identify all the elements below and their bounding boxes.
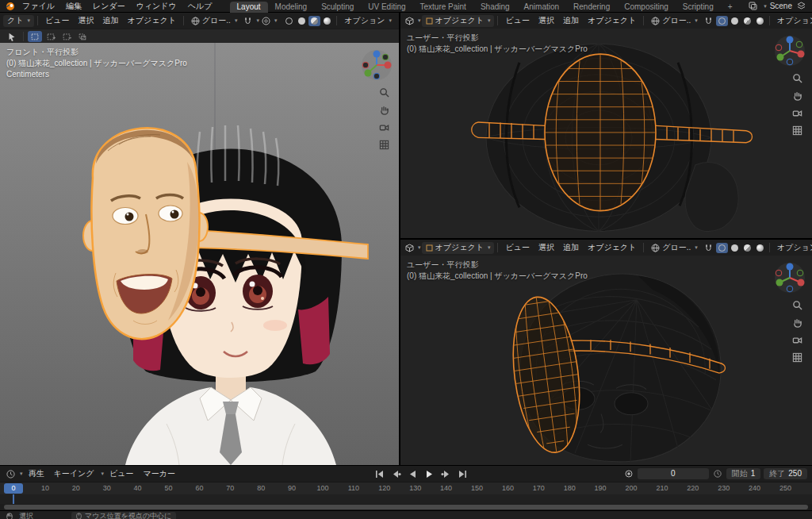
menu-object[interactable]: オブジェクト (584, 242, 640, 253)
tab-scripting[interactable]: Scripting (676, 2, 721, 13)
menu-view[interactable]: ビュー (501, 15, 533, 26)
navigation-gizmo[interactable] (361, 49, 393, 81)
grid-icon[interactable] (792, 352, 802, 363)
hand-icon[interactable] (792, 317, 802, 328)
shading-material-button[interactable] (741, 16, 753, 26)
next-keyframe-icon[interactable] (439, 469, 453, 479)
viewport-3d-front-canvas[interactable]: フロント・平行投影 (0) 猫山来花_collection | ザッカーバーグマ… (0, 43, 399, 465)
shading-material-button[interactable] (741, 243, 753, 253)
mode-dropdown[interactable]: オブジェクト▾ (422, 242, 495, 254)
timeline-scrollbar-thumb[interactable] (4, 505, 808, 509)
mode-dropdown[interactable]: クト▾ (3, 15, 34, 27)
jump-start-icon[interactable] (373, 469, 386, 479)
prev-keyframe-icon[interactable] (389, 469, 403, 479)
menu-select[interactable]: 選択 (534, 242, 558, 253)
grid-icon[interactable] (792, 125, 802, 136)
transform-orientation-dropdown[interactable]: グロー..▾ (647, 242, 702, 254)
snap-magnet-icon[interactable] (703, 243, 714, 253)
shading-solid-button[interactable] (729, 16, 741, 26)
shading-wireframe-button[interactable] (716, 16, 728, 26)
tab-animation[interactable]: Animation (517, 2, 566, 13)
menu-view[interactable]: ビュー (501, 242, 533, 253)
snap-magnet-icon[interactable] (242, 16, 254, 26)
view-layer-icon[interactable] (795, 1, 807, 11)
timeline-editor-type-icon[interactable] (5, 469, 17, 479)
zoom-icon[interactable] (379, 87, 389, 98)
chevron-down-icon[interactable]: ▾ (256, 17, 259, 24)
tab-layout[interactable]: Layout (230, 2, 268, 13)
viewport-3d-user-bottom-canvas[interactable]: ユーザー・平行投影 (0) 猫山来花_collection | ザッカーバーグマ… (400, 256, 812, 465)
tab-uv-editing[interactable]: UV Editing (361, 2, 412, 13)
zoom-icon[interactable] (792, 73, 802, 83)
menu-file[interactable]: ファイル (17, 1, 59, 12)
menu-select[interactable]: 選択 (74, 15, 98, 26)
tab-modeling[interactable]: Modeling (268, 2, 315, 13)
menu-playback[interactable]: 再生 (25, 468, 48, 479)
menu-help[interactable]: ヘルプ (183, 1, 217, 12)
tab-compositing[interactable]: Compositing (617, 2, 676, 13)
chevron-down-icon[interactable]: ▾ (418, 17, 421, 24)
menu-object[interactable]: オブジェクト (123, 15, 179, 26)
tab-sculpting[interactable]: Sculpting (314, 2, 361, 13)
shading-wireframe-button[interactable] (283, 16, 295, 26)
chevron-down-icon[interactable]: ▾ (274, 17, 278, 24)
play-reverse-icon[interactable] (406, 469, 419, 479)
shading-solid-button[interactable] (729, 243, 741, 253)
tweak-tool-icon[interactable] (5, 31, 19, 42)
editor-type-icon[interactable] (404, 243, 416, 253)
play-icon[interactable] (423, 469, 436, 479)
zoom-icon[interactable] (792, 300, 802, 310)
menu-marker[interactable]: マーカー (139, 468, 178, 479)
tab-texture-paint[interactable]: Texture Paint (413, 2, 473, 13)
select-box-mode-subtract-icon[interactable] (59, 31, 74, 42)
frame-start-field[interactable]: 開始1 (726, 468, 761, 479)
mode-dropdown[interactable]: オブジェクト▾ (422, 15, 495, 27)
hand-icon[interactable] (792, 90, 802, 101)
current-frame-field[interactable]: 0 (638, 468, 709, 479)
navigation-gizmo[interactable] (774, 262, 806, 294)
proportional-edit-icon[interactable] (260, 16, 272, 26)
camera-icon[interactable] (792, 335, 802, 345)
tab-add-workspace[interactable]: + (721, 2, 740, 13)
shading-rendered-button[interactable] (321, 16, 333, 26)
shading-material-button[interactable] (308, 16, 320, 26)
menu-select[interactable]: 選択 (534, 15, 558, 26)
menu-window[interactable]: ウィンドウ (132, 1, 182, 12)
menu-add[interactable]: 追加 (559, 15, 583, 26)
shading-rendered-button[interactable] (754, 243, 766, 253)
playhead-line[interactable] (13, 494, 14, 504)
playhead[interactable]: 0 (4, 483, 23, 494)
shading-wireframe-button[interactable] (716, 243, 728, 253)
menu-add[interactable]: 追加 (98, 15, 122, 26)
select-box-mode-intersect-icon[interactable] (75, 31, 90, 42)
menu-keying[interactable]: キーイング (50, 468, 98, 479)
shading-rendered-button[interactable] (754, 16, 766, 26)
tab-rendering[interactable]: Rendering (566, 2, 617, 13)
snap-magnet-icon[interactable] (703, 16, 714, 26)
jump-end-icon[interactable] (456, 469, 469, 479)
frame-end-field[interactable]: 終了250 (764, 468, 807, 479)
select-box-mode-new-icon[interactable] (28, 31, 42, 42)
menu-edit[interactable]: 編集 (61, 1, 86, 12)
camera-icon[interactable] (379, 122, 389, 133)
hand-icon[interactable] (379, 105, 389, 115)
shading-solid-button[interactable] (296, 16, 308, 26)
transform-orientation-dropdown[interactable]: グロー..▾ (647, 15, 702, 27)
timeline-channels[interactable] (0, 494, 812, 504)
chevron-down-icon[interactable]: ▾ (20, 471, 23, 477)
options-dropdown[interactable]: オプション▾ (773, 242, 812, 254)
select-box-mode-extend-icon[interactable] (44, 31, 58, 42)
navigation-gizmo[interactable] (774, 35, 806, 67)
transform-orientation-dropdown[interactable]: グロー..▾ (187, 15, 242, 27)
blender-logo-icon[interactable] (5, 2, 16, 11)
viewport-3d-user-top-canvas[interactable]: ユーザー・平行投影 (0) 猫山来花_collection | ザッカーバーグマ… (400, 29, 812, 238)
menu-view[interactable]: ビュー (105, 468, 137, 479)
scene-icon[interactable] (747, 1, 759, 11)
camera-icon[interactable] (792, 108, 802, 118)
options-dropdown[interactable]: オプション▾ (340, 15, 396, 27)
auto-keying-icon[interactable] (623, 469, 634, 479)
grid-icon[interactable] (379, 140, 389, 150)
chevron-down-icon[interactable]: ▾ (418, 244, 421, 251)
scene-caret-icon[interactable]: ▾ (764, 3, 767, 10)
tab-shading[interactable]: Shading (473, 2, 517, 13)
